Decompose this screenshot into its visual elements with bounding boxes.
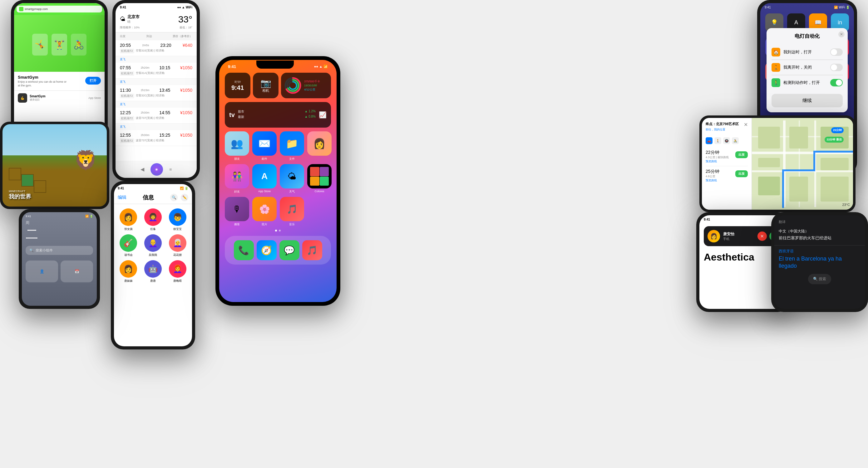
duration: 2h20m <box>141 66 150 69</box>
maps-sub[interactable]: 前往，我的位置 <box>706 128 739 132</box>
contact-item[interactable]: 👩‍🦰 唐晚晴 <box>167 260 188 283</box>
app-pengyou[interactable]: 👥 <box>225 131 249 156</box>
app-music[interactable]: 🎵 <box>280 197 304 221</box>
transport-bike[interactable]: 🚴 <box>732 137 739 144</box>
train-item[interactable]: 20:55 2m5s 23:20 ¥640 虹机场T2 空客310(宽体) | … <box>116 40 197 56</box>
compose-icon[interactable]: ✏️ <box>181 194 188 201</box>
route-time-2: 25分钟 <box>706 169 719 174</box>
translate-text: Aesthetica <box>704 252 782 263</box>
automation-popup: ✕ 电灯自动化 🏠 我到达时，打开 🚶 我离开时，关闭 🚶 检测到动作时，打开 <box>767 28 848 112</box>
app-photos[interactable]: 🌸 <box>252 197 277 221</box>
app-cell-podcast: 🎙 播客 <box>225 197 249 227</box>
route-btn-2[interactable]: 出发 <box>735 170 748 177</box>
maps-area: 25分钟 22分钟 最佳 23°C <box>752 118 853 210</box>
toggle-3[interactable] <box>830 79 843 87</box>
siri-orb[interactable]: ◉ <box>151 163 163 176</box>
phone-maps: 终点：北京798艺术区 前往，我的位置 ✕ 🚗 🚶 🚇 🚴 22分钟 4.3公里… <box>700 115 856 212</box>
toggle-1[interactable] <box>830 48 843 56</box>
contact-item[interactable]: 👦 徐宝宝 <box>167 208 188 231</box>
camera-widget[interactable]: 📷 相机 <box>253 73 279 98</box>
dot-2 <box>279 230 281 232</box>
contact-item[interactable]: 👩 唐妹妹 <box>118 260 139 283</box>
clock-widget[interactable]: 时钟 9:41 <box>225 73 250 98</box>
app-files[interactable]: 📁 <box>280 131 304 156</box>
transport-walk[interactable]: 🚶 <box>714 137 721 144</box>
phone-minecraft: 🦁 MINECRAFT 我的世界 <box>0 122 109 209</box>
svg-rect-14 <box>758 158 780 167</box>
route-link-1[interactable]: 预览路线 <box>706 160 748 164</box>
smartgym-footer: 💪 SmartGym 健身追踪 App Store <box>14 91 104 105</box>
search-icon[interactable]: 🔍 <box>170 194 178 201</box>
map-badge-25: 25分钟 <box>831 127 844 133</box>
contact-item[interactable]: 🎸 读书会 <box>118 234 139 257</box>
hs-widget-2[interactable]: 📅 <box>61 261 93 282</box>
automation-title: 电灯自动化 <box>772 33 843 40</box>
avatar-7: 👩 <box>120 260 137 278</box>
transport-car[interactable]: 🚗 <box>706 137 713 144</box>
maps-route-2[interactable]: 25分钟 4.8公里 出发 预览路线 <box>706 166 748 185</box>
weather-status-bar: 9:41 ●● ▲ WiFi <box>116 3 197 11</box>
contact-item[interactable]: 🤖 唐唐 <box>143 260 164 283</box>
app-cell-pengyou: 👥 朋友 <box>225 131 249 161</box>
dock: 📞 🧭 💬 🎵 <box>225 236 331 265</box>
maps-close[interactable]: ✕ <box>744 122 748 128</box>
route-link-2[interactable]: 预览路线 <box>706 178 748 182</box>
photo-widget-small[interactable]: 👩 <box>307 131 332 156</box>
train-item[interactable]: 12:55 2h30m 15:25 ¥1050 虹机场T2 波音737(宽体) … <box>116 130 197 146</box>
end-call-button[interactable]: ✕ <box>757 232 767 241</box>
mc-subtitle: 我的世界 <box>9 193 31 200</box>
app-music-widget[interactable] <box>307 164 332 189</box>
app-mail[interactable]: ✉️ <box>252 131 277 156</box>
temperature: 33° <box>178 14 192 25</box>
dock-phone[interactable]: 📞 <box>234 240 254 260</box>
route-dist-2: 4.8公里 <box>706 174 719 178</box>
target-lang: 西班牙语 <box>774 245 865 255</box>
svg-rect-17 <box>789 176 808 202</box>
mc-title: MINECRAFT 我的世界 <box>9 190 31 200</box>
app-appstore[interactable]: A <box>252 164 277 189</box>
url-text: smartgymapp.com <box>25 7 48 11</box>
contact-item[interactable]: 👩 张女孩 <box>118 208 139 231</box>
translate-search-bar[interactable]: 🔍 搜索 <box>808 274 831 284</box>
app-friends[interactable]: 👫 <box>225 164 249 189</box>
app-cell-weather: 🌤 天气 <box>280 164 304 194</box>
translate-bottom: 🔍 搜索 <box>774 270 865 289</box>
dock-music[interactable]: 🎵 <box>302 240 322 260</box>
train-item[interactable]: 07:55 2h20m 10:15 ¥1050 虹机场T2 空客31A(宽体) … <box>116 63 197 79</box>
homescreen-search[interactable]: 🔍 搜索小组件 <box>26 246 93 255</box>
footer-appname: SmartGym <box>30 95 45 98</box>
depart-time: 12:25 <box>120 110 131 115</box>
close-button[interactable]: ✕ <box>838 31 845 37</box>
app-label-appstore: App Store <box>258 190 271 193</box>
continue-button[interactable]: 继续 <box>772 94 843 107</box>
train-item[interactable]: 12:25 2h30m 14:55 ¥1050 虹机场T2 波音737(宽体) … <box>116 108 197 124</box>
transport-transit[interactable]: 🚇 <box>723 137 730 144</box>
game-area: 🤸 🏋️ 🚴 <box>14 15 104 72</box>
main-status-bar: 9:41 ●● ▲ 📶 <box>219 60 337 69</box>
dock-safari[interactable]: 🧭 <box>257 240 277 260</box>
mc-character-emoji: 🦁 <box>74 149 97 171</box>
maps-route-1[interactable]: 22分钟 4.3公里 | 最快路线 出发 预览路线 <box>706 147 748 166</box>
route-btn-1[interactable]: 出发 <box>735 151 748 158</box>
toggle-2[interactable] <box>830 64 843 71</box>
fitness-widget[interactable]: 375/500千卡 19/30分钟 4/12公里 <box>281 73 331 98</box>
auto-item-3: 🚶 检测到动作时，打开 <box>772 75 843 90</box>
dock-messages[interactable]: 💬 <box>279 240 300 260</box>
train-item[interactable]: 11:30 2h15m 13:45 ¥1050 虹机场T2 空客32C(宽体) … <box>116 85 197 101</box>
open-button[interactable]: 打开 <box>85 77 101 85</box>
hs-widget-1[interactable]: 👤 <box>26 261 58 282</box>
contact-item[interactable]: 👩‍🦱 任备 <box>143 208 164 231</box>
appletv-widget[interactable]: tv 股市 ▲ 1.2% 最新 ▲ 0.8% 📈 <box>225 102 331 128</box>
contact-item[interactable]: 👩‍🦳 花花朋 <box>167 234 188 257</box>
app-weather[interactable]: 🌤 <box>280 164 304 189</box>
edit-label[interactable]: 编辑 <box>118 195 126 200</box>
siri-bar: ◀ ◉ ≡ <box>116 161 197 178</box>
stock-label: 股市 <box>238 109 244 114</box>
status-icons: ●● ▲ WiFi <box>177 6 192 9</box>
msg-title: 信息 <box>143 194 154 201</box>
depart-time: 11:30 <box>120 88 131 93</box>
contact-item[interactable]: 👩‍🦲 吴我我 <box>143 234 164 257</box>
app-podcast[interactable]: 🎙 <box>225 197 249 221</box>
stock-change2: ▲ 0.8% <box>305 115 316 119</box>
status-icons: 📶 WiFi 🔋 <box>834 6 849 9</box>
